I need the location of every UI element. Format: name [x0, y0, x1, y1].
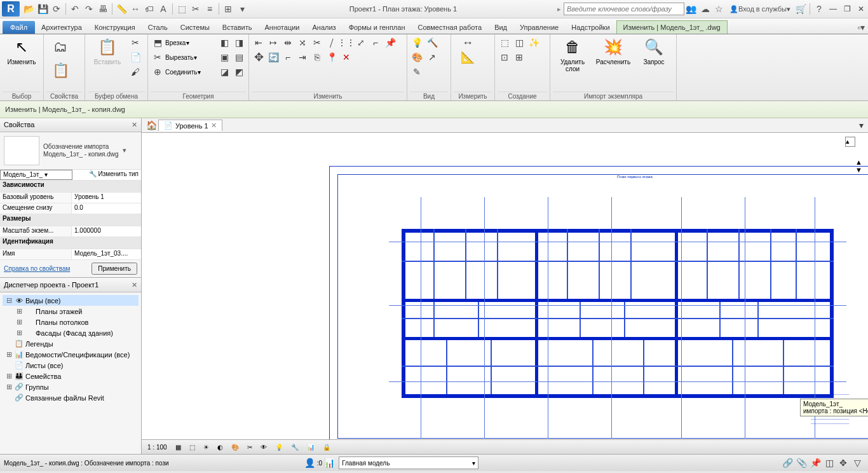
- file-tab[interactable]: Файл: [3, 21, 35, 34]
- crop-visible-icon[interactable]: 👁: [257, 441, 270, 453]
- scale-button[interactable]: 1 : 100: [144, 441, 170, 453]
- demolish-icon[interactable]: 🔨: [425, 36, 439, 50]
- view-tab[interactable]: 📄 Уровень 1 ✕: [158, 120, 222, 131]
- tab-analyze[interactable]: Анализ: [306, 21, 342, 34]
- pin-icon[interactable]: 📌: [383, 36, 397, 50]
- mirror-draw-icon[interactable]: ⤨: [295, 36, 309, 50]
- status-icon-1[interactable]: 👤: [303, 456, 317, 470]
- cut-geom-icon[interactable]: ✂: [151, 50, 165, 64]
- prop-value[interactable]: 1.000000: [72, 226, 141, 236]
- tab-view[interactable]: Вид: [488, 21, 513, 34]
- prop-value[interactable]: Уровень 1: [72, 193, 141, 203]
- linework-icon[interactable]: ✎: [410, 65, 424, 79]
- unpin-icon[interactable]: 📍: [325, 50, 339, 64]
- prop-value[interactable]: 0.0: [72, 203, 141, 214]
- navcube-icon[interactable]: ▴: [845, 137, 855, 147]
- temp-props-icon[interactable]: 🔧: [288, 441, 302, 453]
- unhide-icon[interactable]: 💡: [272, 441, 286, 453]
- cope-end-icon[interactable]: ◧: [217, 36, 231, 50]
- apply-button[interactable]: Применить: [92, 263, 137, 275]
- reveal-constraints-icon[interactable]: 🔒: [320, 441, 334, 453]
- cut-icon[interactable]: ✂: [128, 36, 142, 50]
- sun-path-icon[interactable]: ☀: [200, 441, 212, 453]
- type-properties-icon[interactable]: 📋: [46, 59, 74, 82]
- search-input[interactable]: [564, 3, 684, 15]
- shadows-icon[interactable]: ◐: [214, 441, 226, 453]
- tab-collab[interactable]: Совместная работа: [411, 21, 488, 34]
- tree-node[interactable]: ⊞Планы потолков: [3, 317, 139, 327]
- close-windows-icon[interactable]: ⊞: [222, 3, 234, 15]
- type-selector[interactable]: Обозначение импортаМодель_1эт_ - копия.d…: [0, 132, 141, 170]
- signin-button[interactable]: 👤 Вход в службы ▾: [727, 3, 793, 15]
- select-links-icon[interactable]: 🔗: [780, 456, 794, 470]
- tab-manage[interactable]: Управление: [513, 21, 565, 34]
- scale-icon[interactable]: ⤢: [354, 36, 368, 50]
- delete-layers-button[interactable]: 🗑Удалить слои: [553, 36, 592, 74]
- modify-tool-button[interactable]: ↖Изменить: [3, 36, 41, 67]
- close-button[interactable]: ✕: [854, 3, 868, 15]
- select-underlay-icon[interactable]: 📎: [794, 456, 808, 470]
- worksets-icon[interactable]: 📊: [322, 456, 336, 470]
- tree-node[interactable]: ⊟👁Виды (все): [3, 295, 139, 306]
- tag-icon[interactable]: 🏷: [143, 3, 156, 15]
- create-parts-icon[interactable]: ⊡: [498, 50, 512, 64]
- detail-level-icon[interactable]: ▦: [172, 441, 184, 453]
- sync-icon[interactable]: ⟳: [50, 3, 63, 15]
- edit-type-button[interactable]: 🔧 Изменить тип: [89, 170, 139, 177]
- favorite-icon[interactable]: ☆: [713, 3, 726, 15]
- move-icon[interactable]: ✥: [252, 50, 266, 64]
- create-similar-icon[interactable]: ⬚: [498, 36, 512, 50]
- hide-icon[interactable]: 💡: [410, 36, 424, 50]
- trim-corner-icon[interactable]: ⌐: [369, 36, 383, 50]
- save-icon[interactable]: 💾: [36, 3, 49, 15]
- rotate-icon[interactable]: 🔄: [266, 50, 280, 64]
- cut-opt2-icon[interactable]: ▤: [232, 50, 246, 64]
- tab-massing[interactable]: Формы и генплан: [342, 21, 412, 34]
- tree-node[interactable]: ⊞Фасады (Фасад здания): [3, 327, 139, 338]
- minimize-button[interactable]: —: [826, 3, 840, 15]
- tree-node[interactable]: ⊞Планы этажей: [3, 306, 139, 317]
- tree-node[interactable]: ⊞🔗Группы: [3, 381, 139, 392]
- displace-icon[interactable]: ↗: [425, 50, 439, 64]
- help-icon[interactable]: ?: [813, 3, 825, 15]
- tab-systems[interactable]: Системы: [174, 21, 216, 34]
- ribbon-collapse-icon[interactable]: ▫▾: [855, 21, 867, 34]
- offset-icon[interactable]: ↦: [266, 36, 280, 50]
- analytical-icon[interactable]: 📊: [304, 441, 318, 453]
- create-assembly-icon[interactable]: ✨: [527, 36, 541, 50]
- measure-icon[interactable]: 📏: [115, 3, 128, 15]
- drawing-canvas[interactable]: ▴ ▲▼ План первого этажа: [142, 133, 868, 454]
- tab-modify-active[interactable]: Изменить | Модель_1эт_ .dwg: [616, 20, 728, 34]
- tree-node[interactable]: 🔗Связанные файлы Revit: [3, 392, 139, 403]
- close-icon[interactable]: ✕: [132, 281, 137, 289]
- aligned-dim-icon[interactable]: ↔: [454, 36, 482, 50]
- explode-button[interactable]: 💥Расчленить: [593, 36, 633, 67]
- cope-opt-icon[interactable]: ◨: [232, 36, 246, 50]
- app-logo[interactable]: R: [2, 1, 20, 17]
- dimension-icon[interactable]: ↔: [129, 3, 142, 15]
- select-pinned-icon[interactable]: 📌: [808, 456, 822, 470]
- tree-node[interactable]: ⊞👪Семейства: [3, 371, 139, 381]
- join-opt1-icon[interactable]: ◪: [217, 65, 231, 79]
- close-tab-icon[interactable]: ✕: [211, 121, 217, 130]
- properties-icon[interactable]: 🗂: [46, 36, 74, 58]
- tree-node[interactable]: ⊞📊Ведомости/Спецификации (все): [3, 349, 139, 360]
- join-opt2-icon[interactable]: ◩: [232, 65, 246, 79]
- crop-view-icon[interactable]: ✂: [244, 441, 255, 453]
- prop-value[interactable]: Модель_1эт_03....: [72, 249, 141, 259]
- copy-modify-icon[interactable]: ⎘: [310, 50, 324, 64]
- properties-help-link[interactable]: Справка по свойствам: [4, 265, 70, 272]
- visual-style-icon[interactable]: ⬚: [186, 441, 198, 453]
- select-face-icon[interactable]: ◫: [822, 456, 836, 470]
- tab-addins[interactable]: Надстройки: [565, 21, 616, 34]
- search-icon[interactable]: 👥: [685, 3, 698, 15]
- section-icon[interactable]: ✂: [189, 3, 202, 15]
- align-icon[interactable]: ⇤: [252, 36, 266, 50]
- override-icon[interactable]: 🎨: [410, 50, 424, 64]
- home-icon[interactable]: 🏠: [144, 118, 158, 132]
- close-icon[interactable]: ✕: [132, 121, 137, 129]
- drag-elements-icon[interactable]: ✥: [836, 456, 850, 470]
- rendering-icon[interactable]: 🎨: [228, 441, 242, 453]
- print-icon[interactable]: 🖶: [97, 3, 109, 15]
- cope-icon[interactable]: ⬒: [151, 36, 165, 50]
